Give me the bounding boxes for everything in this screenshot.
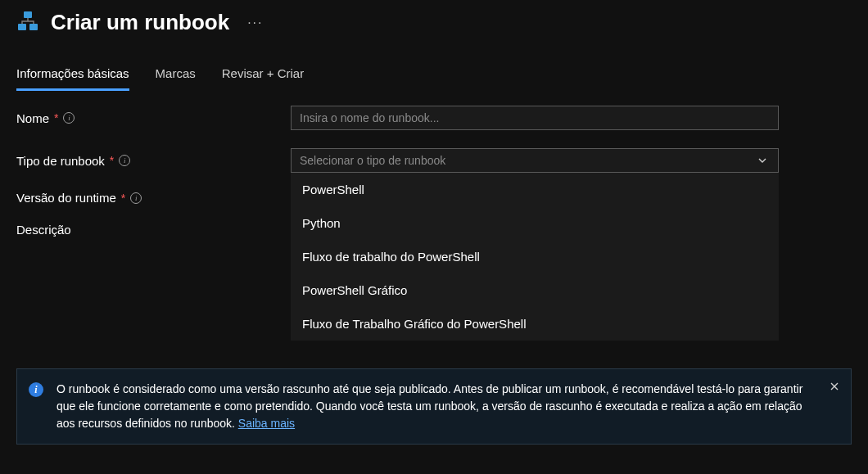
label-name-text: Nome	[16, 111, 49, 125]
required-marker: *	[110, 154, 114, 167]
option-python[interactable]: Python	[291, 206, 779, 240]
option-powershell[interactable]: PowerShell	[291, 173, 779, 206]
page-header: Criar um runbook ···	[0, 0, 868, 42]
label-description: Descrição	[16, 223, 291, 237]
info-banner: i O runbook é considerado como uma versã…	[16, 368, 852, 445]
info-banner-text: O runbook é considerado como uma versão …	[57, 381, 818, 432]
option-psgraphicalworkflow[interactable]: Fluxo de Trabalho Gráfico do PowerShell	[291, 307, 779, 341]
info-icon[interactable]: i	[63, 112, 75, 124]
chevron-down-icon	[755, 153, 770, 168]
more-actions-button[interactable]: ···	[247, 16, 263, 30]
tab-strip: Informações básicas Marcas Revisar + Cri…	[0, 42, 868, 91]
form-area: Nome * i Tipo de runbook * i Selecionar …	[0, 91, 868, 237]
row-name: Nome * i	[16, 106, 852, 130]
type-dropdown: PowerShell Python Fluxo de trabalho do P…	[291, 173, 779, 341]
learn-more-link[interactable]: Saiba mais	[238, 417, 295, 430]
name-input[interactable]	[291, 106, 779, 130]
label-description-text: Descrição	[16, 223, 71, 237]
info-icon[interactable]: i	[119, 155, 130, 166]
svg-rect-1	[18, 24, 26, 30]
label-runtime: Versão do runtime * i	[16, 191, 291, 205]
type-select[interactable]: Selecionar o tipo de runbook	[291, 148, 779, 173]
runbook-icon	[16, 10, 39, 35]
required-marker: *	[54, 111, 58, 124]
tab-tags[interactable]: Marcas	[156, 66, 196, 91]
label-runtime-text: Versão do runtime	[16, 191, 116, 205]
option-psworkflow[interactable]: Fluxo de trabalho do PowerShell	[291, 240, 779, 273]
svg-rect-0	[24, 11, 32, 18]
svg-rect-2	[29, 24, 38, 30]
label-type: Tipo de runbook * i	[16, 154, 291, 168]
close-icon[interactable]	[830, 379, 839, 396]
type-select-placeholder: Selecionar o tipo de runbook	[300, 154, 445, 167]
info-banner-icon: i	[29, 382, 43, 397]
tab-review[interactable]: Revisar + Criar	[222, 66, 304, 91]
required-marker: *	[121, 192, 125, 205]
label-type-text: Tipo de runbook	[16, 154, 105, 168]
info-banner-message: O runbook é considerado como uma versão …	[57, 382, 802, 430]
row-type: Tipo de runbook * i Selecionar o tipo de…	[16, 148, 852, 173]
option-psgraphical[interactable]: PowerShell Gráfico	[291, 273, 779, 307]
tab-basics[interactable]: Informações básicas	[16, 66, 129, 91]
page-title: Criar um runbook	[51, 10, 229, 35]
info-icon[interactable]: i	[130, 192, 142, 204]
label-name: Nome * i	[16, 111, 291, 125]
